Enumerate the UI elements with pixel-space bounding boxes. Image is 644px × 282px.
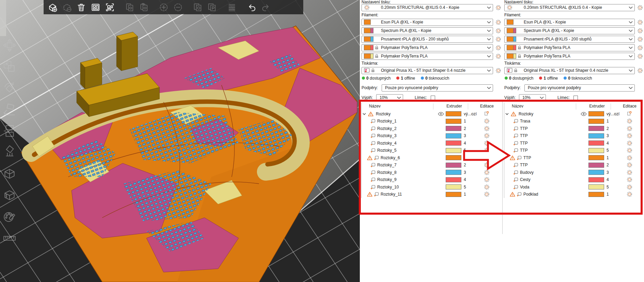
list-row[interactable]: Roztoky_94 bbox=[362, 176, 502, 184]
settings-gear-button[interactable] bbox=[637, 45, 643, 51]
list-row[interactable]: Voda5 bbox=[504, 183, 643, 191]
supports-combo[interactable]: Pouze pro vynucené podpěry bbox=[524, 84, 635, 92]
extruder-swatch[interactable] bbox=[588, 163, 604, 168]
scale-icon[interactable] bbox=[2, 60, 17, 74]
row-settings-gear-icon[interactable] bbox=[484, 133, 490, 139]
settings-gear-button[interactable] bbox=[495, 19, 501, 25]
settings-gear-button[interactable] bbox=[637, 28, 643, 34]
cut-icon[interactable] bbox=[2, 124, 17, 138]
row-settings-gear-icon[interactable] bbox=[484, 140, 490, 146]
redo-icon[interactable] bbox=[260, 2, 272, 13]
row-settings-gear-icon[interactable] bbox=[627, 155, 632, 161]
printer-combo[interactable]: Original Prusa XL - 5T Input Shaper 0.4 … bbox=[362, 67, 493, 74]
rotate-icon[interactable] bbox=[2, 81, 17, 95]
list-row[interactable]: TTP3 bbox=[504, 132, 643, 140]
row-settings-gear-icon[interactable] bbox=[484, 177, 490, 183]
row-settings-gear-icon[interactable] bbox=[627, 169, 632, 175]
extruder-swatch[interactable] bbox=[446, 170, 461, 175]
list-row[interactable]: Cesty4 bbox=[504, 176, 643, 184]
list-row[interactable]: Roztoky_111 bbox=[362, 191, 502, 198]
extruder-swatch[interactable] bbox=[446, 119, 461, 124]
delete-all-icon[interactable] bbox=[76, 2, 87, 13]
settings-gear-button[interactable] bbox=[495, 68, 501, 73]
supports-combo[interactable]: Pouze pro vynucené podpěry bbox=[382, 84, 493, 92]
settings-gear-button[interactable] bbox=[495, 53, 501, 59]
extruder-swatch[interactable] bbox=[446, 184, 461, 189]
paint-supports-icon[interactable] bbox=[2, 145, 17, 160]
measure-icon[interactable] bbox=[2, 231, 17, 245]
filament-combo[interactable]: Esun PLA @XL - Kopie bbox=[504, 19, 635, 26]
row-settings-gear-icon[interactable] bbox=[627, 140, 632, 146]
row-settings-gear-icon[interactable] bbox=[627, 148, 632, 153]
row-settings-gear-icon[interactable] bbox=[484, 118, 490, 124]
add-instance-icon[interactable] bbox=[158, 2, 169, 13]
row-settings-gear-icon[interactable] bbox=[627, 184, 632, 190]
extruder-swatch[interactable] bbox=[446, 140, 461, 146]
collapse-chevron-icon[interactable] bbox=[505, 113, 509, 115]
filament-combo[interactable]: Prusament rPLA @XLIS - 200 stupňů bbox=[504, 36, 635, 43]
filament-combo[interactable]: Esun PLA @XL - Kopie bbox=[362, 19, 493, 26]
row-settings-gear-icon[interactable] bbox=[484, 184, 490, 190]
extruder-swatch[interactable] bbox=[446, 111, 461, 116]
settings-gear-button[interactable] bbox=[495, 28, 501, 34]
list-row[interactable]: TTP1 bbox=[504, 154, 643, 162]
viewport-3d[interactable] bbox=[0, 0, 360, 282]
list-row[interactable]: Podklad1 bbox=[504, 191, 643, 198]
arrange-selection-icon[interactable] bbox=[104, 2, 116, 13]
settings-gear-button[interactable] bbox=[495, 45, 501, 51]
list-row[interactable]: Roztoky_55 bbox=[362, 147, 502, 154]
copy-icon[interactable] bbox=[124, 2, 135, 13]
split-to-objects-icon[interactable] bbox=[192, 2, 203, 13]
arrange-icon[interactable] bbox=[90, 2, 101, 13]
extruder-swatch[interactable] bbox=[446, 126, 461, 131]
filament-combo[interactable]: Polymaker PolyTerra PLA bbox=[504, 53, 635, 60]
multimaterial-painting-icon[interactable] bbox=[2, 210, 17, 224]
paste-icon[interactable] bbox=[138, 2, 150, 13]
row-settings-gear-icon[interactable] bbox=[627, 162, 632, 168]
settings-gear-button[interactable] bbox=[495, 36, 501, 42]
eye-icon[interactable] bbox=[438, 112, 444, 116]
settings-gear-button[interactable] bbox=[637, 5, 643, 11]
move-icon[interactable] bbox=[2, 38, 17, 52]
extruder-swatch[interactable] bbox=[588, 133, 604, 138]
row-settings-gear-icon[interactable] bbox=[484, 155, 490, 161]
extruder-swatch[interactable] bbox=[588, 155, 604, 160]
print-settings-combo[interactable]: 0.20mm STRUCTURAL @XLIS 0.4 - Kopie bbox=[504, 4, 635, 11]
list-row[interactable]: TTP2 bbox=[504, 162, 643, 169]
list-row[interactable]: Roztoky_83 bbox=[362, 169, 502, 176]
remove-instance-icon[interactable] bbox=[172, 2, 184, 13]
list-row[interactable]: Roztoky_44 bbox=[362, 139, 502, 147]
extruder-swatch[interactable] bbox=[588, 111, 604, 116]
extruder-swatch[interactable] bbox=[588, 177, 604, 182]
list-row[interactable]: TTP4 bbox=[504, 139, 643, 147]
list-row[interactable]: Roztoky_105 bbox=[362, 183, 502, 191]
undo-icon[interactable] bbox=[246, 2, 257, 13]
filament-combo[interactable]: Polymaker PolyTerra PLA bbox=[362, 53, 493, 60]
list-row[interactable]: Trasa1 bbox=[504, 118, 643, 125]
list-row[interactable]: Budovy3 bbox=[504, 169, 643, 176]
row-settings-gear-icon[interactable] bbox=[627, 118, 632, 124]
extruder-swatch[interactable] bbox=[588, 170, 604, 175]
edit-object-icon[interactable] bbox=[484, 111, 490, 117]
collapse-chevron-icon[interactable] bbox=[363, 113, 366, 115]
eye-icon[interactable] bbox=[581, 112, 587, 116]
row-settings-gear-icon[interactable] bbox=[484, 126, 490, 131]
filament-combo[interactable]: Spectrum PLA @XL - Kopie bbox=[504, 27, 635, 34]
extruder-swatch[interactable] bbox=[588, 126, 604, 131]
seam-icon[interactable] bbox=[2, 167, 17, 181]
settings-gear-button[interactable] bbox=[637, 53, 643, 59]
extruder-swatch[interactable] bbox=[446, 133, 461, 138]
filament-combo[interactable]: Polymaker PolyTerra PLA bbox=[504, 44, 635, 51]
list-row[interactable]: Roztoky_33 bbox=[362, 132, 502, 140]
list-row[interactable]: Roztokyvý...ozí bbox=[362, 110, 502, 118]
list-row[interactable]: Roztoky_72 bbox=[362, 162, 502, 169]
settings-gear-button[interactable] bbox=[637, 19, 643, 25]
fuzzy-skin-icon[interactable] bbox=[2, 188, 17, 202]
filament-combo[interactable]: Spectrum PLA @XL - Kopie bbox=[362, 27, 493, 34]
extruder-swatch[interactable] bbox=[588, 119, 604, 124]
place-on-face-icon[interactable] bbox=[2, 102, 17, 117]
row-settings-gear-icon[interactable] bbox=[627, 133, 632, 139]
list-row[interactable]: TTP5 bbox=[504, 147, 643, 154]
extruder-swatch[interactable] bbox=[446, 192, 461, 197]
infill-combo[interactable]: 10% bbox=[519, 94, 546, 101]
